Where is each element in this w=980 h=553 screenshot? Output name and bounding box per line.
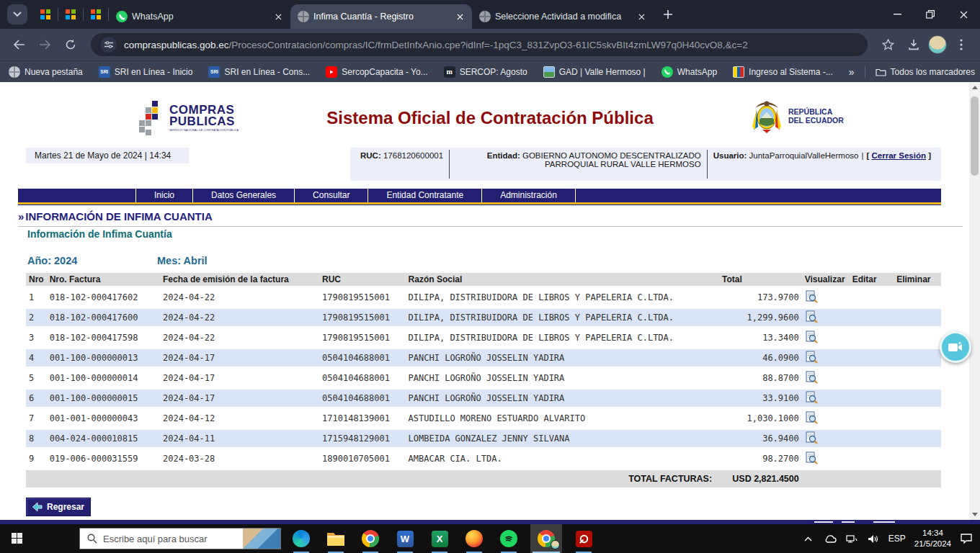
visualizar-icon[interactable] bbox=[805, 336, 818, 346]
sercop-icon: m bbox=[444, 66, 455, 78]
taskbar-chrome[interactable] bbox=[357, 524, 383, 553]
visualizar-icon[interactable] bbox=[805, 457, 818, 467]
window-controls bbox=[881, 0, 980, 29]
bookmark-sri-consultas[interactable]: SRISRI en Línea - Cons... bbox=[208, 66, 310, 78]
scroll-up-button[interactable] bbox=[969, 82, 980, 93]
bookmark-ingreso-sistema[interactable]: Ingreso al Sistema -... bbox=[733, 66, 833, 78]
language-indicator[interactable]: ESP bbox=[888, 534, 906, 544]
profile-avatar[interactable] bbox=[928, 35, 947, 54]
bookmark-label: SERCOP: Agosto bbox=[460, 67, 527, 77]
visualizar-icon[interactable] bbox=[805, 436, 818, 446]
browser-toolbar: compraspublicas.gob.ec/ProcesoContrataci… bbox=[0, 29, 980, 60]
site-settings-icon[interactable] bbox=[101, 37, 117, 53]
breadcrumb-marker: » bbox=[18, 210, 24, 222]
close-button[interactable] bbox=[947, 0, 980, 29]
tray-volume-icon[interactable] bbox=[867, 524, 880, 553]
tab-close-icon[interactable] bbox=[453, 10, 466, 23]
menu-item-administracion[interactable]: Administración bbox=[481, 189, 575, 202]
taskbar-firefox[interactable] bbox=[461, 524, 487, 553]
visualizar-icon[interactable] bbox=[805, 295, 818, 305]
visualizar-icon[interactable] bbox=[805, 376, 818, 386]
scroll-down-button[interactable] bbox=[969, 509, 980, 520]
bookmark-sri-inicio[interactable]: SRISRI en Línea - Inicio bbox=[99, 66, 193, 78]
divider bbox=[865, 66, 865, 78]
downloads-button[interactable] bbox=[902, 33, 925, 56]
year-month-line: Año: 2024 Mes: Abril bbox=[27, 255, 208, 266]
taskbar-word[interactable]: W bbox=[392, 524, 418, 553]
taskbar-explorer[interactable] bbox=[323, 524, 349, 553]
visualizar-icon[interactable] bbox=[805, 416, 818, 426]
bookmark-label: Todos los marcadores bbox=[891, 67, 975, 77]
datetime-box: Martes 21 de Mayo de 2024 | 14:34 bbox=[26, 148, 189, 163]
floating-widget-button[interactable] bbox=[940, 331, 971, 363]
bookmark-gad-valle-hermoso[interactable]: GAD | Valle Hermoso | bbox=[543, 66, 646, 78]
tab-seleccione-actividad[interactable]: Seleccione Actividad a modifica bbox=[472, 4, 654, 29]
action-center-button[interactable] bbox=[960, 524, 973, 553]
bookmark-star-button[interactable] bbox=[876, 33, 899, 56]
tray-onedrive-icon[interactable] bbox=[824, 524, 837, 553]
search-highlight-image[interactable] bbox=[243, 528, 280, 549]
taskbar-spotify[interactable] bbox=[496, 524, 522, 553]
bracket-close: ] bbox=[928, 151, 931, 160]
taskbar-clock[interactable]: 14:34 21/5/2024 bbox=[914, 528, 951, 549]
new-tab-button[interactable] bbox=[658, 4, 678, 24]
bookmark-sercopcapacita[interactable]: SercopCapacita - Yo... bbox=[326, 66, 427, 78]
back-button[interactable] bbox=[7, 33, 30, 56]
taskbar-acrobat[interactable] bbox=[571, 524, 597, 553]
bookmark-sercop-agosto[interactable]: mSERCOP: Agosto bbox=[444, 66, 527, 78]
tray-network-icon[interactable] bbox=[845, 524, 858, 553]
forward-button[interactable] bbox=[33, 33, 56, 56]
reload-button[interactable] bbox=[59, 33, 82, 56]
anio-label: Año: bbox=[27, 255, 51, 266]
pinned-tab-2[interactable] bbox=[58, 2, 83, 27]
scrollbar-thumb[interactable] bbox=[971, 96, 979, 176]
url-domain: compraspublicas.gob.ec bbox=[124, 40, 229, 50]
tray-expand-button[interactable] bbox=[802, 524, 815, 553]
visualizar-icon[interactable] bbox=[805, 396, 818, 406]
table-header-row: Nro Nro. Factura Fecha de emisión de la … bbox=[26, 273, 941, 286]
visualizar-icon[interactable] bbox=[805, 356, 818, 366]
visualizar-icon[interactable] bbox=[805, 315, 818, 325]
reload-icon bbox=[65, 39, 76, 50]
session-info-box: RUC: 1768120600001 Entidad: GOBIERNO AUT… bbox=[350, 148, 941, 181]
pinned-tab-3[interactable] bbox=[84, 2, 108, 27]
taskbar-excel[interactable]: X bbox=[427, 524, 453, 553]
col-factura: Nro. Factura bbox=[47, 273, 160, 286]
tab-close-icon[interactable] bbox=[635, 10, 648, 23]
table-row: 9019-006-0000315592024-03-28189001070500… bbox=[26, 450, 941, 467]
bookmark-nueva-pestana[interactable]: Nueva pestaña bbox=[9, 66, 83, 78]
logout-link[interactable]: Cerrar Sesión bbox=[872, 151, 926, 160]
all-bookmarks-button[interactable]: Todos los marcadores bbox=[876, 67, 975, 77]
tab-infima-cuantia[interactable]: Infima Cuantía - Registro bbox=[290, 4, 472, 29]
col-ruc: RUC bbox=[319, 273, 406, 286]
tab-search-button[interactable] bbox=[7, 4, 27, 24]
bookmarks-overflow-button[interactable]: » bbox=[849, 66, 855, 78]
taskbar-edge[interactable] bbox=[288, 524, 314, 553]
tab-title: Infima Cuantía - Registro bbox=[313, 12, 449, 22]
table-row: 2018-102-0004176002024-04-22179081951500… bbox=[26, 309, 941, 326]
kebab-menu-icon bbox=[960, 39, 963, 50]
table-row: 4001-100-0000000132024-04-17050410468800… bbox=[26, 349, 941, 367]
browser-menu-button[interactable] bbox=[950, 33, 973, 56]
youtube-icon bbox=[326, 66, 337, 78]
pinned-tab-1[interactable] bbox=[33, 2, 58, 27]
taskbar-chrome-active[interactable] bbox=[530, 524, 562, 553]
page-title: Sistema Oficial de Contratación Pública bbox=[245, 108, 735, 128]
page-scrollbar[interactable] bbox=[969, 82, 980, 520]
menu-item-datos-generales[interactable]: Datos Generales bbox=[192, 189, 294, 202]
start-button[interactable] bbox=[0, 524, 35, 553]
regresar-button[interactable]: Regresar bbox=[26, 498, 91, 516]
tab-whatsapp[interactable]: WhatsApp bbox=[109, 4, 290, 29]
tab-close-icon[interactable] bbox=[272, 10, 285, 23]
menu-item-entidad-contratante[interactable]: Entidad Contratante bbox=[368, 189, 481, 202]
taskbar-search[interactable]: Escribe aquí para buscar bbox=[79, 528, 281, 549]
pinned-tabs bbox=[33, 0, 109, 29]
bookmark-whatsapp[interactable]: WhatsApp bbox=[662, 66, 717, 78]
windows-logo-icon bbox=[12, 533, 23, 544]
address-bar[interactable]: compraspublicas.gob.ec/ProcesoContrataci… bbox=[91, 33, 868, 56]
restore-button[interactable] bbox=[914, 0, 947, 29]
menu-item-inicio[interactable]: Inicio bbox=[135, 189, 192, 202]
clock-time: 14:34 bbox=[914, 528, 951, 539]
menu-item-consultar[interactable]: Consultar bbox=[294, 189, 368, 202]
minimize-button[interactable] bbox=[881, 0, 914, 29]
